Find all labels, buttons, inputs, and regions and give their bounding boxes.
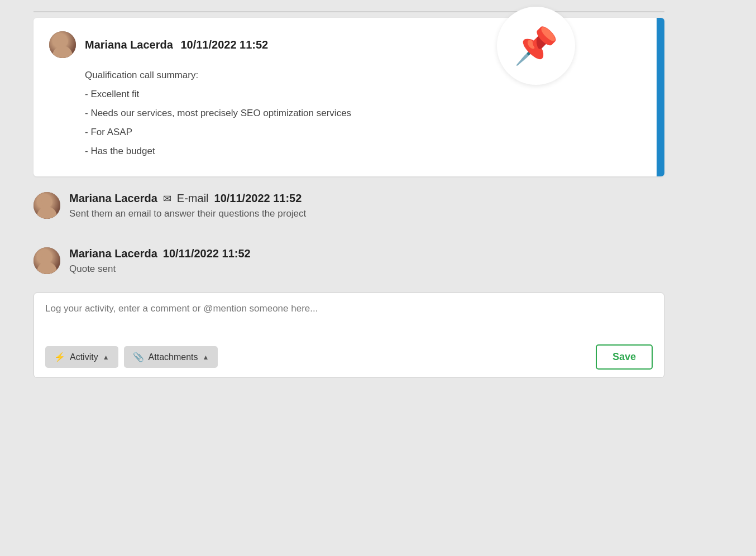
pinned-timestamp: 10/11/2022 11:52 xyxy=(180,39,268,51)
email-icon: ✉ xyxy=(163,193,171,205)
avatar-image xyxy=(49,31,76,58)
pinned-line-3: - For ASAP xyxy=(85,123,649,142)
pinned-entry-meta: Mariana Lacerda 10/11/2022 11:52 xyxy=(85,39,268,51)
quote-entry-avatar xyxy=(34,247,60,274)
pin-bubble: 📌 xyxy=(497,7,575,85)
avatar xyxy=(49,31,76,58)
paperclip-icon: 📎 xyxy=(133,352,144,362)
email-entry-author: Mariana Lacerda xyxy=(69,192,157,205)
lightning-icon: ⚡ xyxy=(54,352,65,362)
main-container: Mariana Lacerda 10/11/2022 11:52 Qualifi… xyxy=(0,0,756,556)
quote-entry-timestamp: 10/11/2022 11:52 xyxy=(163,247,251,260)
email-entry-header: Mariana Lacerda ✉ E-mail 10/11/2022 11:5… xyxy=(69,192,722,205)
quote-entry: Mariana Lacerda 10/11/2022 11:52 Quote s… xyxy=(34,232,722,287)
activity-text-input[interactable] xyxy=(45,303,653,337)
email-entry-avatar xyxy=(34,192,60,219)
email-type-label: E-mail xyxy=(177,192,209,205)
pinned-line-1: - Excellent fit xyxy=(85,85,649,104)
blue-accent-bar xyxy=(657,18,664,176)
top-divider xyxy=(34,11,664,12)
email-entry-content: Mariana Lacerda ✉ E-mail 10/11/2022 11:5… xyxy=(69,192,722,219)
attachments-chevron-icon: ▲ xyxy=(203,353,209,361)
activity-chevron-icon: ▲ xyxy=(103,353,109,361)
activity-button-label: Activity xyxy=(70,352,98,362)
avatar-image-3 xyxy=(34,247,60,274)
quote-entry-header: Mariana Lacerda 10/11/2022 11:52 xyxy=(69,247,722,260)
attachments-button-label: Attachments xyxy=(149,352,198,362)
email-entry-timestamp: 10/11/2022 11:52 xyxy=(214,192,302,205)
activity-button[interactable]: ⚡ Activity ▲ xyxy=(45,346,118,368)
quote-entry-author: Mariana Lacerda xyxy=(69,247,157,260)
pinned-author: Mariana Lacerda xyxy=(85,39,173,51)
attachments-button[interactable]: 📎 Attachments ▲ xyxy=(124,346,218,368)
input-toolbar: ⚡ Activity ▲ 📎 Attachments ▲ Save xyxy=(45,344,653,370)
avatar-image-2 xyxy=(34,192,60,219)
pinned-line-4: - Has the budget xyxy=(85,142,649,161)
activity-input-area: ⚡ Activity ▲ 📎 Attachments ▲ Save xyxy=(34,293,664,378)
email-entry: Mariana Lacerda ✉ E-mail 10/11/2022 11:5… xyxy=(34,176,722,232)
pinned-card-wrapper: Mariana Lacerda 10/11/2022 11:52 Qualifi… xyxy=(34,18,664,176)
save-button[interactable]: Save xyxy=(596,344,653,370)
quote-entry-body: Quote sent xyxy=(69,263,722,275)
toolbar-left-group: ⚡ Activity ▲ 📎 Attachments ▲ xyxy=(45,346,218,368)
pinned-line-2: - Needs our services, most precisely SEO… xyxy=(85,104,649,123)
pin-icon: 📌 xyxy=(514,25,558,67)
quote-entry-content: Mariana Lacerda 10/11/2022 11:52 Quote s… xyxy=(69,247,722,275)
email-entry-body: Sent them an email to answer their quest… xyxy=(69,208,722,219)
pinned-card-body: Qualification call summary: - Excellent … xyxy=(49,66,649,161)
